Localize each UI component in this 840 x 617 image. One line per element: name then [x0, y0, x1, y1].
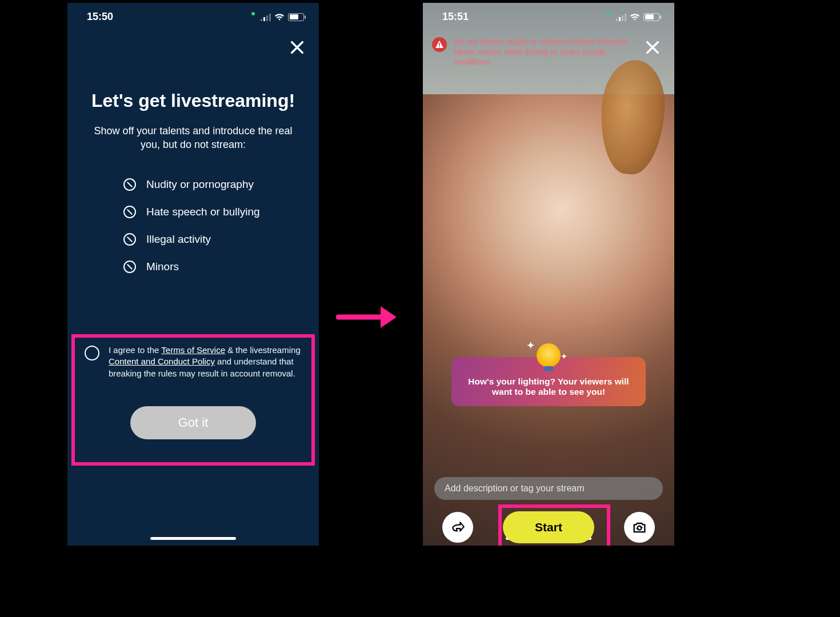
wifi-icon	[630, 13, 640, 21]
status-icons	[251, 12, 304, 22]
prohibit-icon	[123, 206, 136, 218]
prohibit-icon	[123, 233, 136, 246]
sparkle-icon: ✦	[561, 352, 567, 360]
sparkle-icon: ✦	[527, 340, 534, 351]
wifi-icon	[274, 13, 285, 21]
lighting-tip-bubble: ✦ ✦ How's your lighting? Your viewers wi…	[451, 357, 646, 406]
warning-banner: Do not stream nudity or obscene/violent …	[432, 37, 640, 67]
placeholder-text: Add description or tag your stream	[445, 483, 585, 493]
status-time: 15:50	[87, 11, 113, 23]
prohibit-icon	[123, 261, 136, 273]
onboarding-screen-left: 15:50 Let's get livestreaming! Show off …	[67, 3, 319, 546]
cellular-icon	[261, 13, 271, 21]
stream-description-input[interactable]: Add description or tag your stream	[434, 477, 663, 500]
warning-icon	[432, 37, 447, 52]
rule-label: Minors	[146, 261, 179, 273]
camera-preview	[423, 3, 674, 546]
page-subtitle: Show off your talents and introduce the …	[88, 124, 298, 152]
bottom-controls: Start	[423, 511, 674, 543]
rules-list: Nudity or pornography Hate speech or bul…	[123, 178, 303, 273]
stream-setup-screen-right: 15:51 Do not stream nudity or obscene/vi…	[423, 3, 674, 546]
recording-dot-icon	[607, 12, 610, 15]
agree-terms-row: I agree to the Terms of Service & the li…	[85, 344, 302, 379]
rule-label: Nudity or pornography	[146, 178, 254, 191]
rule-item: Minors	[123, 261, 179, 273]
lightbulb-icon	[537, 343, 561, 367]
battery-icon	[288, 13, 304, 21]
rule-item: Illegal activity	[123, 233, 211, 246]
start-button[interactable]: Start	[503, 511, 594, 543]
flip-camera-button[interactable]	[624, 512, 655, 543]
warning-text: Do not stream nudity or obscene/violent …	[454, 37, 640, 67]
agree-text: I agree to the Terms of Service & the li…	[109, 344, 302, 379]
tip-text: How's your lighting? Your viewers will w…	[468, 376, 629, 396]
battery-icon	[643, 13, 659, 21]
got-it-button[interactable]: Got it	[130, 406, 256, 439]
rule-item: Nudity or pornography	[123, 178, 254, 191]
terms-of-service-link[interactable]: Terms of Service	[161, 345, 225, 355]
status-bar: 15:51	[423, 3, 674, 27]
rule-item: Hate speech or bullying	[123, 206, 260, 218]
close-button[interactable]	[288, 38, 306, 57]
status-icons	[607, 12, 659, 22]
background-guitar	[597, 58, 668, 176]
status-bar: 15:50	[67, 3, 319, 27]
rule-label: Hate speech or bullying	[146, 206, 260, 218]
content-policy-link[interactable]: Content and Conduct Policy	[109, 356, 215, 366]
cellular-icon	[616, 13, 626, 21]
svg-rect-1	[439, 43, 440, 46]
onboarding-content: Let's get livestreaming! Show off your t…	[67, 27, 319, 273]
prohibit-icon	[123, 178, 136, 191]
svg-rect-2	[439, 46, 440, 47]
close-button[interactable]	[643, 38, 662, 57]
recording-dot-icon	[251, 12, 255, 15]
rule-label: Illegal activity	[146, 233, 211, 246]
share-button[interactable]	[442, 512, 473, 543]
home-indicator	[150, 537, 236, 540]
page-title: Let's get livestreaming!	[83, 90, 303, 111]
status-time: 15:51	[442, 11, 469, 23]
agree-checkbox[interactable]	[85, 346, 99, 360]
arrow-icon	[336, 303, 399, 331]
